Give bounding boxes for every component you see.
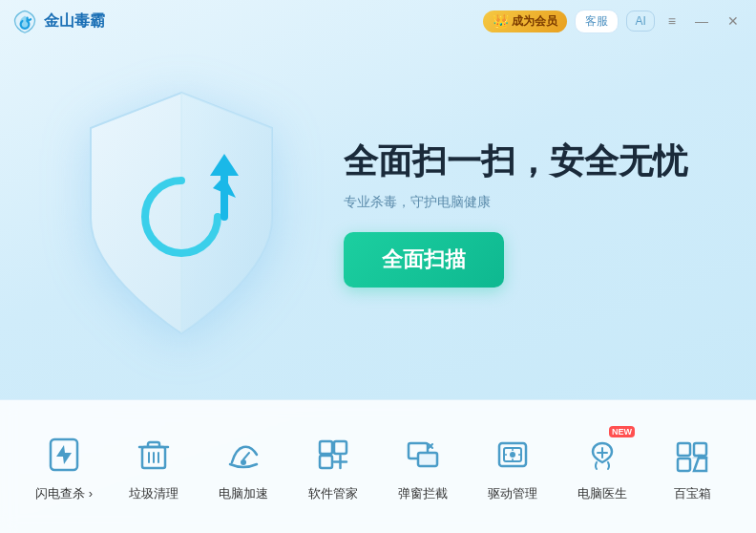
svg-point-22: [510, 452, 515, 458]
tool-toolbox[interactable]: 百宝箱: [654, 432, 730, 502]
junk-clean-icon: [131, 432, 177, 478]
menu-button[interactable]: ≡: [662, 11, 682, 31]
vip-button[interactable]: 👑 成为会员: [483, 11, 567, 32]
vip-label: 成为会员: [512, 13, 557, 30]
driver-mgr-label: 驱动管理: [488, 485, 537, 502]
titlebar-controls: 👑 成为会员 客服 AI ≡ — ✕: [483, 10, 745, 33]
svg-rect-31: [678, 458, 690, 471]
pc-speed-icon: [220, 432, 266, 478]
svg-rect-15: [320, 456, 332, 468]
toolbox-label: 百宝箱: [674, 485, 711, 502]
tool-popup-block[interactable]: 弹窗拦截: [385, 432, 461, 502]
new-badge: NEW: [609, 426, 635, 437]
tool-software-mgr[interactable]: 软件管家: [295, 432, 371, 502]
svg-rect-30: [694, 443, 706, 456]
software-mgr-icon: [310, 432, 356, 478]
bottom-toolbar: 闪电查杀 › 垃圾清理 电脑加速: [0, 399, 756, 533]
service-button[interactable]: 客服: [575, 10, 619, 33]
hero-text-area: 全面扫一扫，安全无忧 专业杀毒，守护电脑健康 全面扫描: [344, 140, 699, 287]
close-button[interactable]: ✕: [722, 11, 745, 31]
pc-doctor-icon: NEW: [579, 432, 625, 478]
ai-button[interactable]: AI: [626, 11, 654, 32]
svg-marker-32: [694, 458, 706, 471]
pc-doctor-label: 电脑医生: [578, 485, 627, 502]
svg-rect-29: [678, 443, 690, 456]
shield-area: [57, 75, 305, 352]
svg-rect-17: [418, 453, 437, 466]
scan-button[interactable]: 全面扫描: [344, 232, 504, 288]
hero-sub-title: 专业杀毒，守护电脑健康: [344, 194, 699, 211]
tool-driver-mgr[interactable]: 驱动管理: [474, 432, 551, 502]
flash-scan-label: 闪电查杀 ›: [35, 485, 93, 502]
svg-line-12: [243, 453, 249, 459]
tool-flash-scan[interactable]: 闪电查杀 ›: [26, 432, 102, 502]
logo-icon: [11, 8, 38, 34]
junk-clean-label: 垃圾清理: [129, 485, 178, 502]
popup-block-label: 弹窗拦截: [398, 485, 448, 502]
vip-crown-icon: 👑: [493, 13, 509, 29]
minimize-button[interactable]: —: [689, 11, 714, 31]
main-content: 全面扫一扫，安全无忧 专业杀毒，守护电脑健康 全面扫描: [0, 42, 756, 386]
tool-junk-clean[interactable]: 垃圾清理: [116, 432, 192, 502]
shield-illustration: [72, 85, 291, 343]
svg-marker-5: [56, 445, 72, 464]
app-name: 金山毒霸: [44, 11, 105, 32]
toolbox-icon: [669, 432, 715, 478]
tool-pc-speed[interactable]: 电脑加速: [205, 432, 282, 502]
logo-area: 金山毒霸: [11, 8, 105, 34]
pc-speed-label: 电脑加速: [219, 485, 268, 502]
titlebar: 金山毒霸 👑 成为会员 客服 AI ≡ — ✕: [0, 0, 756, 42]
flash-scan-icon: [41, 432, 87, 478]
svg-rect-13: [320, 441, 332, 454]
tool-pc-doctor[interactable]: NEW 电脑医生: [564, 432, 640, 502]
popup-block-icon: [400, 432, 446, 478]
hero-main-title: 全面扫一扫，安全无忧: [344, 140, 699, 181]
software-mgr-label: 软件管家: [308, 485, 358, 502]
svg-rect-14: [334, 441, 346, 454]
driver-mgr-icon: [490, 432, 536, 478]
